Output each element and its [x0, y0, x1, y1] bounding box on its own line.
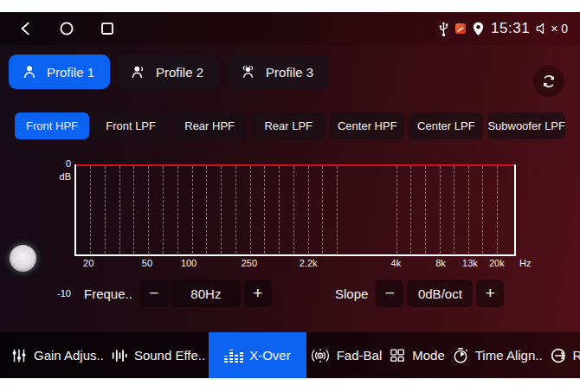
x-tick-label: 100 [181, 258, 197, 268]
profile-tab-3[interactable]: Profile 3 [227, 55, 329, 89]
freq-gridline [293, 166, 294, 254]
nav-label: Fad-Bal [337, 348, 383, 363]
frequency-plus-button[interactable]: + [244, 280, 272, 307]
freq-gridline [177, 166, 178, 254]
filter-tab-front-lpf[interactable]: Front LPF [93, 112, 168, 139]
x-tick-label: 250 [242, 258, 257, 268]
frequency-control: Freque.. − 80Hz + [84, 280, 272, 307]
slope-value-text: 0dB/oct [418, 286, 462, 301]
freq-gridline [148, 166, 149, 254]
x-tick-label: 4k [391, 258, 402, 268]
x-axis-unit-label: Hz [519, 258, 531, 268]
x-tick-label: 20 [83, 258, 93, 268]
filter-tab-label: Rear LPF [264, 119, 313, 132]
gain-sliders-icon [10, 347, 28, 364]
x-tick-label: 20k [489, 258, 505, 268]
plus-icon: + [253, 284, 262, 303]
freq-gridline [279, 166, 280, 254]
nav-time-align[interactable]: Time Align.. [448, 332, 546, 378]
volume-level: × 0 [551, 22, 568, 35]
x-tick-label: 8k [435, 258, 446, 268]
recents-icon[interactable] [97, 18, 118, 39]
speaker-mute-icon [536, 22, 549, 35]
clock: 15:31 [491, 20, 530, 37]
freq-gridline [163, 166, 164, 254]
filter-tab-center-hpf[interactable]: Center HPF [330, 112, 404, 139]
filter-tab-rear-lpf[interactable]: Rear LPF [251, 112, 325, 139]
freq-gridline [250, 166, 251, 254]
freq-gridline [221, 166, 222, 254]
filter-tab-front-hpf[interactable]: Front HPF [15, 112, 89, 139]
response-curve [76, 164, 514, 166]
xover-panel: Profile 1 Profile 2 [0, 45, 580, 332]
volume-knob[interactable] [3, 240, 42, 277]
equalizer-bars-icon [224, 348, 243, 363]
person-icon [21, 63, 38, 80]
freq-gridline [105, 166, 106, 254]
graph-gridlines [76, 166, 514, 254]
freq-gridline [337, 166, 338, 254]
nav-label: Gain Adjus.. [34, 348, 104, 363]
filter-tab-label: Front LPF [106, 119, 156, 132]
minus-icon: − [149, 284, 158, 303]
refresh-button[interactable] [533, 66, 564, 97]
frequency-minus-button[interactable]: − [140, 280, 168, 307]
nav-label: Return [573, 348, 580, 363]
x-tick-label: 13k [462, 258, 478, 268]
freq-gridline [497, 166, 498, 254]
filter-tab-label: Center LPF [417, 119, 474, 132]
x-axis-ticks: 20501002502.2k4k8k13k20k [74, 258, 512, 272]
knob-icon [10, 245, 36, 272]
profile-tab-1[interactable]: Profile 1 [9, 55, 110, 89]
filter-tabs: Front HPF Front LPF Rear HPF Rear LPF Ce… [15, 112, 565, 139]
nav-gain-adjust[interactable]: Gain Adjus.. [7, 332, 107, 378]
filter-tab-subwoofer-lpf[interactable]: Subwoofer LPF [487, 112, 565, 139]
profile-tab-label: Profile 1 [47, 65, 94, 80]
back-icon[interactable] [16, 18, 36, 39]
nav-sound-effect[interactable]: Sound Effe.. [107, 332, 209, 378]
freq-gridline [90, 166, 91, 254]
filter-tab-rear-hpf[interactable]: Rear HPF [172, 112, 247, 139]
stopwatch-icon [452, 347, 469, 364]
home-icon[interactable] [56, 18, 77, 39]
slope-label: Slope [335, 286, 368, 301]
freq-gridline [468, 166, 469, 254]
freq-gridline [440, 166, 441, 254]
freq-gridline [454, 166, 454, 254]
freq-gridline [482, 166, 483, 254]
freq-gridline [235, 166, 236, 254]
minus-icon: − [385, 284, 395, 303]
profile-tabs: Profile 1 Profile 2 [9, 55, 329, 89]
filter-tab-center-lpf[interactable]: Center LPF [409, 112, 483, 139]
profile-tab-2[interactable]: Profile 2 [118, 55, 219, 89]
mode-grid-icon [389, 347, 406, 364]
freq-gridline [119, 166, 120, 254]
nav-label: Sound Effe.. [134, 348, 205, 363]
freq-gridline [133, 166, 134, 254]
nav-label: Mode [412, 348, 445, 363]
x-tick-label: 50 [142, 258, 152, 268]
return-arrow-icon [550, 347, 567, 364]
freq-gridline [322, 166, 323, 254]
filter-tab-label: Subwoofer LPF [487, 119, 565, 132]
frequency-value: 80Hz [171, 280, 241, 307]
nav-mode[interactable]: Mode [385, 332, 448, 378]
profile-tab-label: Profile 2 [156, 65, 203, 80]
location-icon [472, 22, 485, 36]
fader-balance-icon [310, 347, 331, 364]
nav-fad-bal[interactable]: Fad-Bal [306, 332, 386, 378]
freq-gridline [308, 166, 309, 254]
frequency-response-graph [74, 164, 516, 256]
volume-status: × 0 [536, 22, 568, 35]
freq-gridline [192, 166, 193, 254]
nav-return[interactable]: Return [546, 332, 580, 378]
filter-tab-label: Front HPF [26, 119, 78, 132]
y-axis-top-label: 0 [50, 158, 71, 169]
slope-control: Slope − 0dB/oct + [335, 280, 504, 307]
nav-xover[interactable]: X-Over [209, 332, 306, 378]
freq-gridline [206, 166, 207, 254]
freq-gridline [410, 166, 411, 254]
slope-plus-button[interactable]: + [476, 280, 504, 307]
slope-minus-button[interactable]: − [376, 280, 403, 307]
head-unit-screenshot: 15:31 × 0 Profile 1 [0, 0, 580, 392]
